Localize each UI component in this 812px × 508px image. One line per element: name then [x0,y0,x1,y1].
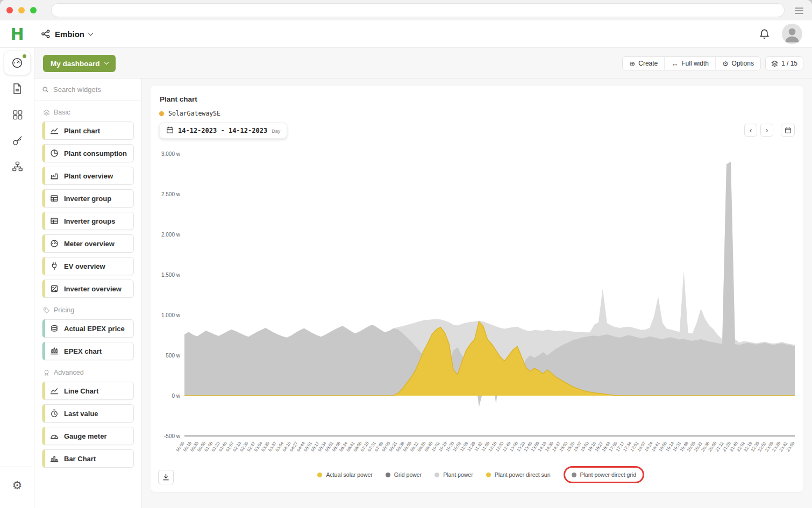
organization-switcher[interactable]: Embion [41,20,92,47]
meter-icon [50,239,59,248]
rail-item-dashboard[interactable] [4,51,30,75]
dashboard-actions: ⊕ Create ↔ Full width ⚙ Options [622,56,761,70]
full-width-button[interactable]: ↔ Full width [665,57,716,70]
arrows-horizontal-icon: ↔ [671,60,678,68]
legend-label: Grid power [394,471,422,478]
widget-item-last-value[interactable]: Last value [42,404,134,423]
rail-item-topology[interactable] [0,153,34,179]
widget-item-label: Bar Chart [64,455,96,463]
legend-item-plant-power[interactable]: Plant power [435,471,473,478]
rail-item-access-keys[interactable] [0,127,34,153]
plant-chart-canvas[interactable]: 3.000 w2.500 w2.000 w1.500 w1.000 w500 w… [155,144,799,467]
legend-item-plant-power-direct-grid[interactable]: Plant power direct grid [572,471,636,478]
legend-item-grid-power[interactable]: Grid power [386,471,422,478]
chart-series [184,162,795,407]
accent-bar [42,342,45,360]
close-window-button[interactable] [6,7,13,13]
accent-bar [42,257,45,275]
main-content: Plant chart SolarGatewaySE 14-12-2023 - … [142,78,812,508]
search-icon [42,85,49,94]
network-icon [41,29,51,39]
inverter-icon [50,284,59,293]
create-button[interactable]: ⊕ Create [623,57,665,70]
date-range-button[interactable]: 14-12-2023 - 14-12-2023 Day [159,123,287,139]
legend-dot [572,473,576,477]
plus-circle-icon: ⊕ [629,60,635,68]
url-bar[interactable] [51,3,785,17]
nav-rail: ⚙ [0,48,34,508]
calendar-icon [166,126,174,134]
widget-item-plant-overview[interactable]: Plant overview [42,167,134,185]
widget-item-epex-chart[interactable]: EPEX chart [42,342,134,360]
dashboard-page-indicator[interactable]: 1 / 15 [765,56,803,70]
chart-legend: Actual solar powerGrid powerPlant powerP… [317,466,644,483]
download-chart-button[interactable] [158,470,174,484]
gateway-row: SolarGatewaySE [159,110,220,117]
window-controls [6,7,37,13]
section-label: Basic [54,109,70,116]
widget-list: BasicPlant chartPlant consumptionPlant o… [34,101,141,508]
line-chart-icon [50,126,59,135]
app-logo[interactable]: H [0,20,34,47]
previous-period-button[interactable]: ‹ [744,124,757,137]
widget-item-plant-chart[interactable]: Plant chart [42,121,134,140]
dashboard-selector-label: My dashboard [51,60,100,68]
options-button[interactable]: ⚙ Options [716,57,760,70]
widget-item-label: Inverter overview [64,285,122,293]
rail-item-settings[interactable]: ⚙ [0,473,34,498]
notifications-bell-icon[interactable] [759,28,770,40]
svg-text:-500 w: -500 w [164,433,181,439]
dashboard-selector-button[interactable]: My dashboard [43,55,116,72]
gauge-icon [50,432,59,440]
accent-bar [42,144,45,162]
next-period-button[interactable]: › [760,124,773,137]
maximize-window-button[interactable] [30,7,37,13]
plant-chart-widget: Plant chart SolarGatewaySE 14-12-2023 - … [151,86,803,492]
search-widgets-input[interactable] [53,85,134,94]
widget-item-ev-overview[interactable]: EV overview [42,257,134,275]
widget-item-inverter-group[interactable]: Inverter group [42,189,134,208]
create-label: Create [638,60,658,67]
widget-item-actual-epex-price[interactable]: Actual EPEX price [42,319,134,338]
minimize-window-button[interactable] [18,7,25,13]
widget-item-label: Gauge meter [64,432,106,440]
widget-item-gauge-meter[interactable]: Gauge meter [42,427,134,445]
accent-bar [42,382,45,400]
accent-bar [42,234,45,253]
widget-item-label: Inverter group [64,195,111,203]
accent-bar [42,319,45,338]
report-icon [12,83,23,95]
widget-item-line-chart[interactable]: Line Chart [42,382,134,400]
accent-bar [42,449,45,468]
rail-item-reports[interactable] [0,76,34,102]
widget-item-inverter-groups[interactable]: Inverter groups [42,212,134,230]
accent-bar [42,212,45,230]
widget-item-plant-consumption[interactable]: Plant consumption [42,144,134,162]
legend-item-plant-power-direct-sun[interactable]: Plant power direct sun [486,471,551,478]
calendar-picker-button[interactable] [781,124,795,137]
person-icon [782,24,802,44]
ev-charger-icon [50,262,59,270]
pie-chart-icon [50,149,59,158]
legend-item-actual-solar-power[interactable]: Actual solar power [317,471,372,478]
widget-item-bar-chart[interactable]: Bar Chart [42,449,134,468]
accent-bar [42,404,45,423]
widgets-icon [12,109,23,120]
date-range-label: 14-12-2023 - 14-12-2023 [178,127,267,134]
section-header-basic: Basic [43,109,134,116]
legend-label: Plant power direct grid [580,471,636,478]
coins-icon [50,324,59,333]
active-indicator-dot [23,54,26,58]
browser-menu-icon[interactable] [795,6,803,16]
svg-text:23:59: 23:59 [786,441,796,453]
rail-item-widgets[interactable] [0,102,34,127]
app-header: H Embion [0,20,812,48]
tag-icon [43,307,50,314]
widget-item-meter-overview[interactable]: Meter overview [42,234,134,253]
user-avatar[interactable] [782,24,802,44]
annotation-highlight: Plant power direct grid [564,466,644,483]
widget-item-inverter-overview[interactable]: Inverter overview [42,280,134,298]
legend-dot [486,473,491,477]
widget-panel: BasicPlant chartPlant consumptionPlant o… [34,78,142,508]
widget-item-label: EV overview [64,262,105,270]
